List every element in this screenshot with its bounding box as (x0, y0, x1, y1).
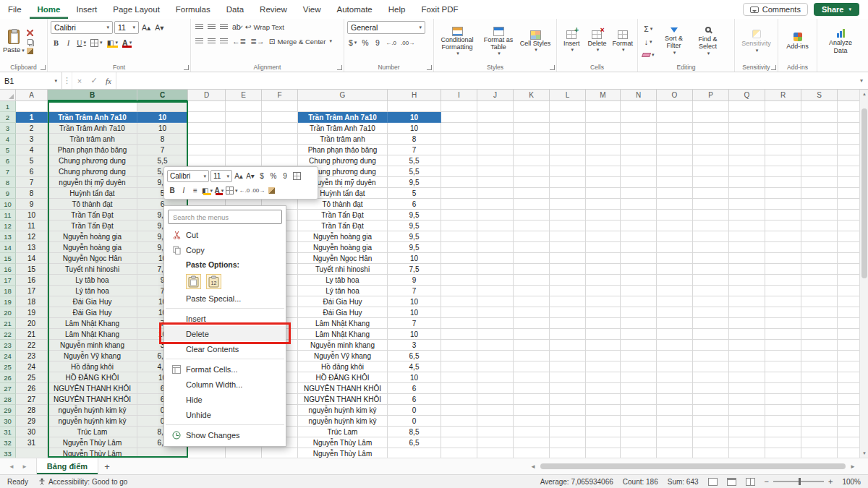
cell-I4[interactable] (441, 134, 477, 145)
row-header-24[interactable]: 24 (0, 351, 16, 361)
cell-M14[interactable] (586, 242, 621, 253)
cell-K17[interactable] (514, 275, 550, 286)
cell-P33[interactable] (693, 448, 729, 458)
cell-M28[interactable] (586, 394, 621, 405)
borders-button[interactable]: ▾ (226, 185, 238, 196)
number-format-select[interactable]: General▾ (347, 21, 425, 34)
copy-icon[interactable] (27, 39, 33, 45)
row-header-19[interactable]: 19 (0, 296, 16, 307)
cell-J22[interactable] (477, 329, 514, 340)
cell-A18[interactable]: 17 (16, 286, 48, 296)
cell-M21[interactable] (586, 318, 621, 329)
cell-J18[interactable] (477, 286, 514, 296)
cell-N5[interactable] (621, 145, 657, 155)
cell-M18[interactable] (586, 286, 621, 296)
name-box[interactable]: B1 ▾ (0, 72, 62, 89)
page-layout-view-icon[interactable] (727, 478, 736, 486)
cell-S12[interactable] (801, 221, 838, 231)
tab-data[interactable]: Data (218, 0, 252, 19)
cell-E33[interactable] (226, 448, 262, 458)
addins-button[interactable]: Add-ins (782, 33, 814, 50)
alignment-dialog-launcher-icon[interactable] (337, 65, 342, 70)
cell-M29[interactable] (586, 405, 621, 416)
cell-R29[interactable] (765, 405, 801, 416)
cell-Q32[interactable] (729, 437, 765, 448)
cell-O22[interactable] (657, 329, 693, 340)
cell-I9[interactable] (441, 188, 477, 199)
cell-O9[interactable] (657, 188, 693, 199)
cell-S6[interactable] (801, 155, 838, 166)
cell-A8[interactable]: 7 (16, 177, 48, 188)
cell-J30[interactable] (477, 416, 514, 427)
cell-H31[interactable]: 8,5 (388, 427, 441, 437)
cell-L5[interactable] (550, 145, 586, 155)
cell-P32[interactable] (693, 437, 729, 448)
cell-S2[interactable] (801, 112, 838, 123)
cell-L13[interactable] (550, 231, 586, 242)
align-middle-icon[interactable] (206, 21, 217, 33)
cell-P24[interactable] (693, 351, 729, 361)
cell-L7[interactable] (550, 166, 586, 177)
context-delete[interactable]: Delete (164, 326, 286, 341)
cell-S14[interactable] (801, 242, 838, 253)
cell-K15[interactable] (514, 253, 550, 264)
cut-icon[interactable] (27, 30, 33, 36)
cell-I14[interactable] (441, 242, 477, 253)
cell-L21[interactable] (550, 318, 586, 329)
cell-L10[interactable] (550, 199, 586, 210)
cell-B30[interactable]: nguyễn huỳnh kim ký (48, 416, 137, 427)
cell-G6[interactable]: Chung phương dung (298, 155, 388, 166)
context-unhide[interactable]: Unhide (164, 407, 286, 422)
cell-B29[interactable]: nguyễn huỳnh kim ký (48, 405, 137, 416)
cell-H30[interactable]: 0 (388, 416, 441, 427)
cell-E2[interactable] (226, 112, 262, 123)
cell-R18[interactable] (765, 286, 801, 296)
cell-C1[interactable] (137, 101, 188, 112)
cell-I1[interactable] (441, 101, 477, 112)
cell-G10[interactable]: Tô thành đạt (298, 199, 388, 210)
cell-K2[interactable] (514, 112, 550, 123)
cell-F4[interactable] (262, 134, 298, 145)
cell-M22[interactable] (586, 329, 621, 340)
decrease-decimal-icon[interactable]: .00→ (399, 37, 416, 48)
percent-style-icon[interactable]: % (359, 37, 370, 48)
cell-I11[interactable] (441, 210, 477, 221)
cell-B33[interactable]: Nguyễn Thùy Lâm (48, 448, 137, 458)
row-header-11[interactable]: 11 (0, 210, 16, 221)
font-color-button[interactable]: A▾ (121, 37, 133, 48)
cell-M10[interactable] (586, 199, 621, 210)
cell-A21[interactable]: 20 (16, 318, 48, 329)
cell-G15[interactable]: Nguyễn Ngọc Hân (298, 253, 388, 264)
cell-N12[interactable] (621, 221, 657, 231)
cell-O15[interactable] (657, 253, 693, 264)
column-header-N[interactable]: N (621, 90, 657, 101)
cell-K1[interactable] (514, 101, 550, 112)
cell-R7[interactable] (765, 166, 801, 177)
cell-R33[interactable] (765, 448, 801, 458)
cell-M4[interactable] (586, 134, 621, 145)
context-insert[interactable]: Insert (164, 311, 286, 326)
cell-P23[interactable] (693, 340, 729, 351)
cell-F2[interactable] (262, 112, 298, 123)
cell-R14[interactable] (765, 242, 801, 253)
cell-N7[interactable] (621, 166, 657, 177)
delete-cells-button[interactable]: Delete▾ (585, 30, 608, 53)
cell-S16[interactable] (801, 264, 838, 275)
cell-R23[interactable] (765, 340, 801, 351)
column-header-H[interactable]: H (388, 90, 441, 101)
cell-I29[interactable] (441, 405, 477, 416)
row-header-28[interactable]: 28 (0, 394, 16, 405)
zoom-slider[interactable] (773, 481, 824, 482)
row-header-32[interactable]: 32 (0, 437, 16, 448)
cell-P13[interactable] (693, 231, 729, 242)
context-clear-contents[interactable]: Clear Contents (164, 341, 286, 356)
formula-bar-expand-icon[interactable]: ▾ (855, 72, 868, 89)
cell-R2[interactable] (765, 112, 801, 123)
italic-button[interactable]: I (179, 185, 189, 196)
cell-M12[interactable] (586, 221, 621, 231)
cell-K30[interactable] (514, 416, 550, 427)
accounting-format-icon[interactable]: $ (257, 171, 267, 181)
cell-M30[interactable] (586, 416, 621, 427)
cell-R11[interactable] (765, 210, 801, 221)
cell-H28[interactable]: 6 (388, 394, 441, 405)
